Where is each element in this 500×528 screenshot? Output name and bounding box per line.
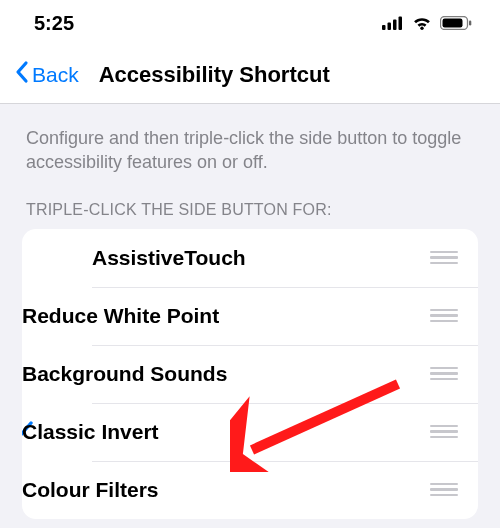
- svg-point-4: [420, 27, 423, 30]
- status-icons: [382, 16, 472, 30]
- svg-rect-3: [399, 17, 403, 31]
- svg-rect-0: [382, 25, 386, 30]
- back-button[interactable]: Back: [14, 60, 79, 89]
- section-description: Configure and then triple-click the side…: [22, 104, 478, 197]
- battery-icon: [440, 16, 472, 30]
- page-title: Accessibility Shortcut: [99, 62, 330, 88]
- option-row-assistivetouch[interactable]: AssistiveTouch: [22, 229, 478, 287]
- reorder-handle-icon[interactable]: [426, 421, 462, 443]
- svg-rect-6: [443, 19, 463, 28]
- reorder-handle-icon[interactable]: [426, 247, 462, 269]
- option-label: AssistiveTouch: [92, 246, 426, 270]
- svg-rect-7: [469, 21, 471, 26]
- options-list: AssistiveTouch Reduce White Point Backgr…: [22, 229, 478, 519]
- nav-bar: Back Accessibility Shortcut: [0, 46, 500, 104]
- option-row-classic-invert[interactable]: Classic Invert: [22, 403, 478, 461]
- option-row-reduce-white-point[interactable]: Reduce White Point: [22, 287, 478, 345]
- reorder-handle-icon[interactable]: [426, 305, 462, 327]
- option-label: Classic Invert: [22, 420, 426, 444]
- section-header: TRIPLE-CLICK THE SIDE BUTTON FOR:: [22, 197, 478, 229]
- content-area: Configure and then triple-click the side…: [0, 104, 500, 519]
- svg-rect-1: [388, 23, 392, 31]
- reorder-handle-icon[interactable]: [426, 363, 462, 385]
- status-bar: 5:25: [0, 0, 500, 46]
- wifi-icon: [412, 16, 432, 30]
- option-label: Background Sounds: [22, 362, 426, 386]
- option-label: Reduce White Point: [22, 304, 426, 328]
- option-row-background-sounds[interactable]: Background Sounds: [22, 345, 478, 403]
- back-label: Back: [32, 63, 79, 87]
- svg-rect-2: [393, 20, 397, 31]
- option-row-colour-filters[interactable]: Colour Filters: [22, 461, 478, 519]
- option-label: Colour Filters: [22, 478, 426, 502]
- cellular-icon: [382, 16, 404, 30]
- reorder-handle-icon[interactable]: [426, 479, 462, 501]
- status-time: 5:25: [34, 12, 74, 35]
- chevron-left-icon: [14, 60, 30, 89]
